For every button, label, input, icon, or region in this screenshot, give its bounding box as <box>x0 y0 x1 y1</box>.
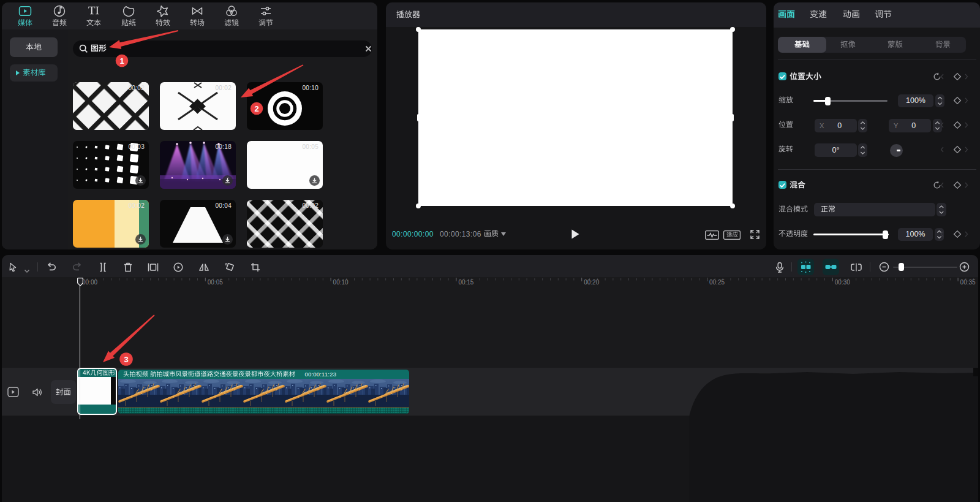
svg-text:1: 1 <box>119 56 124 66</box>
svg-text:2: 2 <box>254 104 258 113</box>
svg-text:3: 3 <box>124 355 128 364</box>
